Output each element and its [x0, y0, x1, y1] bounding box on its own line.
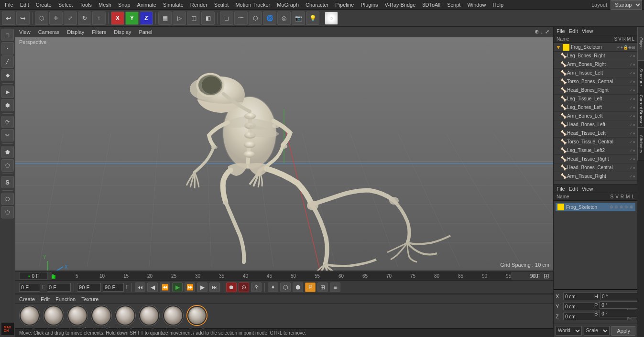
- play-button[interactable]: ▶: [172, 283, 183, 292]
- obj-row-10[interactable]: 🦴 Torso_Tissue_Central ✓ ●: [554, 138, 637, 146]
- object-list[interactable]: 🦴 Leg_Bones_Right ✓ ● 🦴 Arm_Bones_Right …: [554, 52, 637, 184]
- render-view-button[interactable]: ▶: [1, 86, 14, 98]
- next-frame-button[interactable]: ⏩: [185, 283, 195, 292]
- obj-row-0[interactable]: 🦴 Leg_Bones_Right ✓ ●: [554, 52, 637, 60]
- material-item-5[interactable]: Head_Bi: [115, 305, 136, 332]
- path-mode-button[interactable]: ⬢: [293, 283, 303, 292]
- obj-row-8[interactable]: 🦴 Head_Bones_Left ✓ ●: [554, 120, 637, 129]
- menu-window[interactable]: Window: [464, 1, 489, 9]
- menu-tools[interactable]: Tools: [76, 1, 95, 9]
- polygon-pen-button[interactable]: ⬟: [1, 146, 14, 158]
- tab-structure[interactable]: Structure: [637, 60, 644, 94]
- obj-row-12[interactable]: 🦴 Head_Tissue_Right ✓ ●: [554, 155, 637, 163]
- tab-attributes[interactable]: Attributes: [637, 127, 644, 161]
- world-select[interactable]: World: [556, 326, 582, 336]
- viewport-filters-menu[interactable]: Filters: [92, 29, 106, 35]
- menu-select[interactable]: Select: [55, 1, 76, 9]
- menu-edit[interactable]: Edit: [17, 1, 32, 9]
- obj-file-menu[interactable]: File: [557, 28, 565, 34]
- tab-object[interactable]: Object: [637, 27, 644, 60]
- power-button[interactable]: P: [305, 283, 316, 292]
- camera-button[interactable]: 📷: [292, 11, 305, 25]
- frog-skeleton-object-row[interactable]: ▼ Frog_Skeleton ✓ ● 🔒 ◈ ⊞: [554, 43, 637, 52]
- obj-view-menu[interactable]: View: [582, 28, 593, 34]
- tab-browser[interactable]: Current Browser: [637, 94, 644, 127]
- material-item-8[interactable]: Torso_B: [186, 305, 207, 332]
- model-mode-button[interactable]: ◻: [1, 29, 14, 41]
- mat-edit-menu[interactable]: Edit: [41, 296, 50, 302]
- viewport-display2-menu[interactable]: Display: [114, 29, 131, 35]
- auto-keyframe-button[interactable]: ⊙: [239, 283, 249, 292]
- mat-mgr-view-menu[interactable]: View: [582, 186, 593, 192]
- mat-texture-menu[interactable]: Texture: [81, 296, 98, 302]
- fps-frame-input[interactable]: [103, 283, 124, 292]
- sculpt-button[interactable]: ⬠: [1, 206, 14, 218]
- rotate-button[interactable]: ↻: [78, 11, 91, 25]
- spline-button[interactable]: 〜: [234, 11, 248, 25]
- loop-cut-button[interactable]: ⟳: [1, 116, 14, 128]
- timeline-track[interactable]: 0 5 10 15 20 25 30 35 40 45 50 55 60 65 …: [52, 272, 511, 280]
- timeline-expand2-button[interactable]: ≡: [330, 283, 340, 292]
- interactive-render-button[interactable]: ⬢: [1, 99, 14, 111]
- layout-select[interactable]: Startup: [611, 0, 642, 10]
- menu-simulate[interactable]: Simulate: [160, 1, 186, 9]
- menu-animate[interactable]: Animate: [134, 1, 159, 9]
- x-axis-button[interactable]: X: [111, 11, 124, 25]
- texture-button[interactable]: ⬡: [1, 193, 14, 205]
- viewport-move-icon[interactable]: ⊕: [535, 29, 539, 35]
- live-selection-button[interactable]: ⬡: [35, 11, 48, 25]
- edge-mode-button[interactable]: ╱: [1, 55, 14, 68]
- menu-character[interactable]: Character: [303, 1, 331, 9]
- timeline-ruler[interactable]: ▪ 0 F 0 5 10 15 20 25 30 35 40 45 50: [15, 271, 553, 281]
- record-active-button[interactable]: ⏺: [226, 283, 237, 292]
- menu-create[interactable]: Create: [33, 1, 55, 9]
- material-item-3[interactable]: Head_Bi: [67, 305, 88, 332]
- viewport-panel-menu[interactable]: Panel: [139, 29, 152, 35]
- menu-sculpt[interactable]: Sculpt: [211, 1, 232, 9]
- menu-vray[interactable]: V-Ray Bridge: [382, 1, 419, 9]
- viewport-cameras-menu[interactable]: Cameras: [38, 29, 60, 35]
- menu-motion-tracker[interactable]: Motion Tracker: [232, 1, 273, 9]
- obj-row-5[interactable]: 🦴 Leg_Tissue_Left ✓ ●: [554, 95, 637, 103]
- light-icon[interactable]: ○: [325, 11, 338, 25]
- render-to-po-button[interactable]: ◫: [187, 11, 200, 25]
- menu-script[interactable]: Script: [444, 1, 463, 9]
- menu-mograph[interactable]: MoGraph: [274, 1, 302, 9]
- go-back-button[interactable]: ◀: [147, 283, 158, 292]
- menu-help[interactable]: Help: [490, 1, 507, 9]
- go-to-start-button[interactable]: ⏮: [135, 283, 145, 292]
- go-to-end-button[interactable]: ⏭: [209, 283, 220, 292]
- end-frame-input[interactable]: [77, 283, 101, 292]
- viewport-canvas[interactable]: Perspective .grid-line { stroke: #888; s…: [15, 37, 553, 271]
- obj-row-2[interactable]: 🦴 Arm_Tissue_Left ✓ ●: [554, 69, 637, 77]
- scale-select[interactable]: Scale: [584, 326, 610, 336]
- move-button[interactable]: ✛: [49, 11, 63, 25]
- material-item-2[interactable]: Arm_Bo: [43, 305, 64, 332]
- spline-tool-button[interactable]: S: [1, 176, 14, 188]
- render-active-button[interactable]: ▷: [173, 11, 186, 25]
- menu-plugins[interactable]: Plugins: [358, 1, 381, 9]
- viewport[interactable]: View Cameras Display Filters Display Pan…: [15, 27, 553, 271]
- timeline-expand-icon[interactable]: ⊞: [544, 272, 549, 280]
- mat-function-menu[interactable]: Function: [55, 296, 76, 302]
- undo-button[interactable]: ↩: [2, 11, 15, 25]
- material-item-6[interactable]: Leg_Bo: [139, 305, 160, 332]
- key-mode-button[interactable]: ✦: [268, 283, 278, 292]
- go-forward-button[interactable]: ▶: [197, 283, 207, 292]
- viewport-display-menu[interactable]: Display: [67, 29, 84, 35]
- scale-button[interactable]: ⤢: [64, 11, 77, 25]
- redo-button[interactable]: ↪: [16, 11, 30, 25]
- mat-create-menu[interactable]: Create: [19, 296, 35, 302]
- environment-button[interactable]: ◎: [277, 11, 291, 25]
- grid-mode-button[interactable]: ⊞: [317, 283, 328, 292]
- keyframe-help-button[interactable]: ?: [251, 283, 262, 292]
- viewport-maximize-icon[interactable]: ⤢: [545, 29, 549, 35]
- deformer-button[interactable]: 🌀: [263, 11, 276, 25]
- nurbs-button[interactable]: ⬡: [249, 11, 262, 25]
- mat-mgr-edit-menu[interactable]: Edit: [569, 186, 578, 192]
- viewport-down-icon[interactable]: ↓: [541, 29, 544, 35]
- obj-row-13[interactable]: 🦴 Head_Bones_Central ✓ ●: [554, 163, 637, 172]
- obj-row-9[interactable]: 🦴 Head_Tissue_Left ✓ ●: [554, 129, 637, 138]
- obj-row-4[interactable]: 🦴 Head_Bones_Right ✓ ●: [554, 86, 637, 95]
- motion-mode-button[interactable]: ⬡: [280, 283, 291, 292]
